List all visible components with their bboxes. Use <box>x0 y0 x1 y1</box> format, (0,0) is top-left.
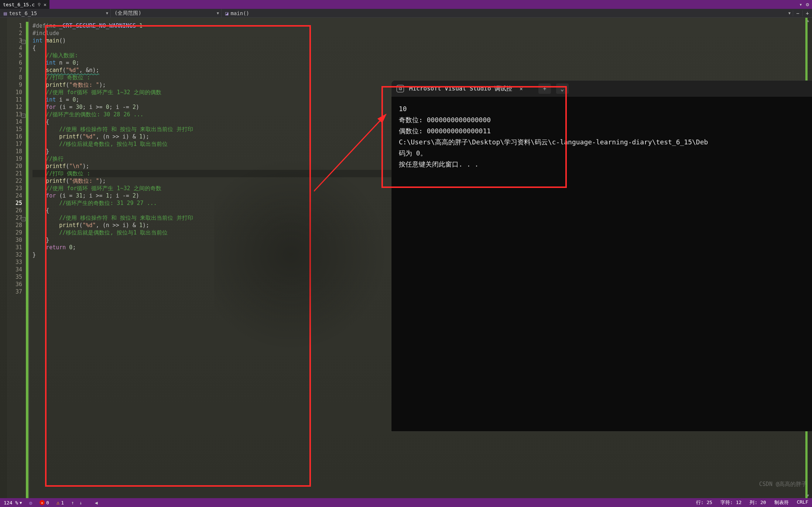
scroll-up-icon[interactable]: ▲ <box>807 18 809 23</box>
status-bar: 124 % ▼ ◎ ✕ 0 ⚠ 1 ↑ ↓ ◀ 行: 25 字符: 12 列: … <box>0 498 812 507</box>
arrow-up-icon[interactable]: ↑ <box>71 500 74 506</box>
tab-menu-button[interactable]: ⌄ <box>556 83 569 94</box>
change-indicator <box>26 22 28 498</box>
warning-count[interactable]: ⚠ 1 <box>56 500 64 506</box>
terminal-line: 按任意键关闭此窗口. . . <box>399 159 812 170</box>
code-line: int n = 0; <box>32 59 812 66</box>
error-icon: ✕ <box>40 500 45 505</box>
close-icon[interactable]: ✕ <box>44 2 47 7</box>
char-indicator[interactable]: 字符: 12 <box>720 499 741 506</box>
fold-icon[interactable]: − <box>21 114 25 118</box>
navigation-bar: ▤ test_6_15 ▼ (全局范围) ▼ ◪ main() ▼ − + <box>0 9 812 18</box>
eol-mode[interactable]: CRLF <box>797 499 808 506</box>
arrow-left-icon[interactable]: ◀ <box>95 500 98 506</box>
editor: 1234567891011121314151617181920212223242… <box>0 18 812 498</box>
chevron-down-icon: ▼ <box>788 11 791 15</box>
chevron-down-icon: ▼ <box>106 11 108 15</box>
arrow-down-icon[interactable]: ↓ <box>79 500 82 506</box>
nav-file[interactable]: ▤ test_6_15 ▼ <box>0 9 111 17</box>
method-icon: ◪ <box>225 10 228 16</box>
dropdown-icon[interactable]: ▾ <box>799 1 802 7</box>
tab-mode[interactable]: 制表符 <box>774 499 789 506</box>
file-icon: ▤ <box>4 10 7 16</box>
split-plus-icon[interactable]: + <box>802 10 812 16</box>
terminal-line: 偶数位: 0000000000000011 <box>399 126 812 137</box>
zoom-indicator[interactable]: 124 % ▼ <box>4 500 22 506</box>
settings-gear-icon[interactable]: ⚙ <box>806 1 809 7</box>
fold-icon[interactable]: − <box>21 217 25 221</box>
scroll-down-icon[interactable]: ▼ <box>807 493 809 497</box>
chevron-down-icon: ▼ <box>20 501 22 505</box>
terminal-title: Microsoft Visual Studio 调试控 <box>409 85 512 93</box>
terminal-line: 码为 0。 <box>399 148 812 159</box>
chevron-down-icon: ▼ <box>217 11 219 15</box>
breakpoint-margin[interactable] <box>0 18 7 498</box>
code-line: scanf("%d", &n); <box>32 66 812 74</box>
terminal-line: 奇数位: 0000000000000000 <box>399 114 812 126</box>
split-minus-icon[interactable]: − <box>793 10 802 16</box>
fold-icon[interactable]: − <box>21 40 25 44</box>
line-gutter: 1234567891011121314151617181920212223242… <box>7 18 26 498</box>
warning-icon: ⚠ <box>56 500 59 506</box>
line-indicator[interactable]: 行: 25 <box>696 499 712 506</box>
terminal-titlebar[interactable]: ⧉ Microsoft Visual Studio 调试控 ✕ ＋ ⌄ <box>391 80 812 97</box>
col-indicator[interactable]: 列: 20 <box>750 499 766 506</box>
vs-icon: ⧉ <box>397 85 404 92</box>
code-line: int main() <box>32 37 812 44</box>
code-line: #define _CRT_SECURE_NO_WARNINGS 1 <box>32 22 812 30</box>
zoom-label: 124 % <box>4 500 18 506</box>
nav-file-label: test_6_15 <box>9 10 37 16</box>
nav-func[interactable]: ◪ main() ▼ <box>222 9 793 17</box>
pin-icon[interactable]: ⚲ <box>38 2 41 7</box>
editor-tab[interactable]: test_6_15.c ⚲ ✕ <box>0 0 49 9</box>
code-line: { <box>32 44 812 52</box>
nav-func-label: main() <box>230 10 249 16</box>
nav-arrows[interactable]: ↑ ↓ ◀ <box>71 500 97 506</box>
terminal-body[interactable]: 10奇数位: 0000000000000000偶数位: 000000000000… <box>391 97 812 177</box>
debug-console: ⧉ Microsoft Visual Studio 调试控 ✕ ＋ ⌄ 10奇数… <box>391 80 812 431</box>
code-line: #include <box>32 30 812 37</box>
code-line: //输入数据: <box>32 52 812 59</box>
error-count[interactable]: ✕ 0 <box>40 500 49 506</box>
close-tab-icon[interactable]: ✕ <box>520 86 523 92</box>
tab-corner: ▾ ⚙ <box>796 0 812 9</box>
no-issues-icon[interactable]: ◎ <box>29 500 32 506</box>
terminal-line: C:\Users\高高的胖子\Desktop\学习资料\码云\c-languag… <box>399 137 812 148</box>
new-tab-button[interactable]: ＋ <box>538 83 551 94</box>
nav-scope-label: (全局范围) <box>114 10 141 17</box>
nav-scope[interactable]: (全局范围) ▼ <box>111 9 222 17</box>
code-line: //打印 奇数位 : <box>32 74 812 81</box>
terminal-line: 10 <box>399 103 812 114</box>
tab-strip: test_6_15.c ⚲ ✕ ▾ ⚙ <box>0 0 812 9</box>
tab-label: test_6_15.c <box>3 2 35 7</box>
